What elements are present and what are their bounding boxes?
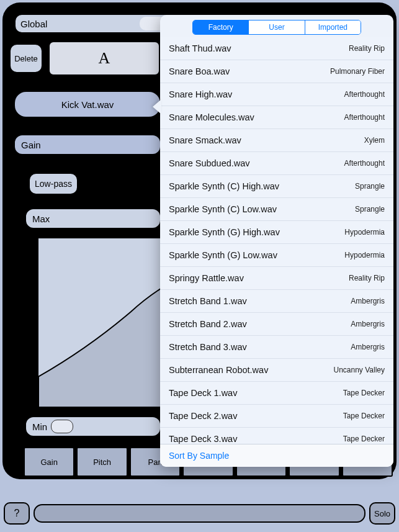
sample-row[interactable]: Subterranean Robot.wavUncanny Valley: [160, 359, 393, 382]
sample-name: Tape Deck 2.wav: [169, 411, 237, 421]
sample-row[interactable]: Snare Subdued.wavAfterthought: [160, 152, 393, 175]
tab-user[interactable]: User: [249, 20, 305, 34]
sample-pack: Hypodermia: [344, 228, 385, 237]
sample-row[interactable]: Tape Deck 1.wavTape Decker: [160, 382, 393, 405]
sample-name: Snare Subdued.wav: [169, 158, 250, 168]
sample-pack: Ambergris: [351, 320, 385, 328]
sort-button[interactable]: Sort By Sample: [169, 451, 229, 461]
sample-row[interactable]: Tape Deck 3.wavTape Decker: [160, 428, 393, 444]
sample-name: Sparkle Synth (G) High.wav: [169, 227, 280, 237]
sample-row[interactable]: Snare Molecules.wavAfterthought: [160, 106, 393, 129]
sample-row[interactable]: Sparkle Synth (C) High.wavSprangle: [160, 175, 393, 198]
sample-pack: Afterthought: [344, 113, 385, 122]
max-pill[interactable]: Max: [25, 208, 161, 229]
sample-name: Snare High.wav: [169, 89, 232, 99]
sample-name: Tape Deck 1.wav: [169, 388, 237, 398]
sample-pack: Afterthought: [344, 90, 385, 99]
tab-factory[interactable]: Factory: [193, 20, 249, 34]
sample-row[interactable]: Tape Deck 2.wavTape Decker: [160, 405, 393, 428]
tab-segmented-control: Factory User Imported: [192, 20, 361, 35]
sample-row[interactable]: Snare Smack.wavXylem: [160, 129, 393, 152]
global-label: Global: [20, 19, 47, 29]
sample-name: Tape Deck 3.wav: [169, 434, 237, 444]
min-knob[interactable]: [51, 420, 73, 433]
sample-name: Sparkle Synth (G) Low.wav: [169, 250, 277, 260]
sample-pack: Xylem: [364, 136, 385, 145]
sample-name: Sparkle Synth (C) High.wav: [169, 181, 279, 191]
sample-name: Snare Smack.wav: [169, 135, 241, 145]
sample-pack: Reality Rip: [349, 274, 385, 282]
lowpass-button[interactable]: Low-pass: [29, 173, 78, 195]
popover-arrow-icon: [153, 99, 161, 114]
help-button[interactable]: ?: [4, 502, 30, 525]
sample-pack: Hypodermia: [344, 251, 385, 259]
tab-imported[interactable]: Imported: [305, 20, 361, 34]
delete-button[interactable]: Delete: [9, 43, 43, 73]
sample-row[interactable]: Sparkle Synth (G) High.wavHypodermia: [160, 221, 393, 244]
sample-row[interactable]: Snare High.wavAfterthought: [160, 83, 393, 106]
bottom-bar: ? Solo: [4, 501, 395, 526]
sample-row[interactable]: Stretch Band 3.wavAmbergris: [160, 336, 393, 359]
param-pitch[interactable]: Pitch: [76, 447, 127, 477]
solo-button[interactable]: Solo: [369, 502, 395, 525]
sample-row[interactable]: Springy Rattle.wavReality Rip: [160, 267, 393, 290]
sample-pack: Tape Decker: [343, 389, 385, 397]
sample-name: Snare Molecules.wav: [169, 112, 254, 122]
popover-footer: Sort By Sample: [160, 444, 393, 467]
sample-list[interactable]: Shaft Thud.wavReality RipSnare Boa.wavPu…: [160, 37, 393, 444]
sample-browser-popover: Factory User Imported Shaft Thud.wavReal…: [160, 15, 393, 467]
sample-pack: Tape Decker: [343, 412, 385, 420]
current-sample-pill[interactable]: Kick Vat.wav: [14, 91, 161, 118]
param-gain[interactable]: Gain: [24, 447, 74, 477]
sample-pack: Reality Rip: [349, 44, 385, 53]
sample-name: Shaft Thud.wav: [169, 43, 231, 53]
sample-pack: Ambergris: [351, 343, 385, 351]
bottom-track[interactable]: [34, 504, 365, 523]
sample-pack: Sprangle: [355, 205, 385, 214]
sample-name: Stretch Band 1.wav: [169, 296, 247, 306]
sample-row[interactable]: Sparkle Synth (G) Low.wavHypodermia: [160, 244, 393, 267]
sample-pack: Afterthought: [344, 159, 385, 168]
sample-pack: Tape Decker: [343, 435, 385, 443]
sample-name: Stretch Band 3.wav: [169, 342, 247, 352]
sample-row[interactable]: Snare Boa.wavPulmonary Fiber: [160, 60, 393, 83]
sample-row[interactable]: Shaft Thud.wavReality Rip: [160, 37, 393, 60]
sample-pack: Pulmonary Fiber: [330, 67, 385, 76]
sample-name: Stretch Band 2.wav: [169, 319, 247, 329]
sample-row[interactable]: Sparkle Synth (C) Low.wavSprangle: [160, 198, 393, 221]
sample-name: Snare Boa.wav: [169, 66, 230, 76]
sample-name: Springy Rattle.wav: [169, 273, 244, 283]
sample-pack: Sprangle: [355, 182, 385, 191]
sample-name: Subterranean Robot.wav: [169, 365, 268, 375]
sample-row[interactable]: Stretch Band 2.wavAmbergris: [160, 313, 393, 336]
sample-pack: Uncanny Valley: [334, 366, 385, 374]
gain-pill[interactable]: Gain: [14, 134, 161, 155]
min-pill[interactable]: Min: [25, 416, 161, 437]
slot-a[interactable]: A: [48, 41, 160, 76]
sample-row[interactable]: Stretch Band 1.wavAmbergris: [160, 290, 393, 313]
sample-pack: Ambergris: [351, 297, 385, 305]
sample-name: Sparkle Synth (C) Low.wav: [169, 204, 277, 214]
